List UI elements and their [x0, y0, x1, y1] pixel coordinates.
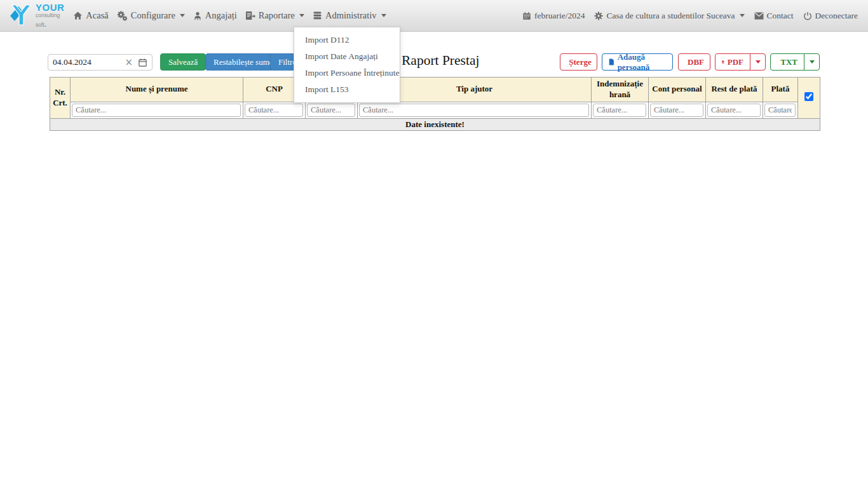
search-input-nume[interactable] — [72, 104, 241, 117]
nav-item-month[interactable]: februarie/2024 — [522, 11, 585, 21]
nav-item-label: Deconectare — [815, 11, 858, 21]
nav-item-company[interactable]: Casa de cultura a studentilor Suceava — [594, 11, 744, 21]
envelope-icon — [754, 12, 764, 20]
dbf-export-button[interactable]: DBF — [678, 53, 710, 71]
search-input-cont-personal[interactable] — [650, 104, 703, 117]
column-header-indemnizatie-hrana: Indemnizație hrană — [592, 78, 649, 102]
empty-message: Date inexistente! — [50, 118, 820, 130]
column-header-nr-crt: Nr. Crt. — [50, 78, 71, 119]
nav-item-label: Administrativ — [325, 10, 377, 21]
chevron-down-icon — [381, 14, 386, 17]
column-header-rest-de-plata: Rest de plată — [706, 78, 763, 102]
power-icon — [803, 11, 812, 20]
database-icon — [313, 11, 322, 20]
clear-icon[interactable]: × — [125, 58, 133, 67]
nav-item-label: Configurare — [131, 10, 175, 21]
txt-export-button[interactable]: TXT — [770, 53, 804, 71]
calendar-icon[interactable] — [138, 58, 147, 67]
select-all-cell — [798, 78, 820, 119]
nav-item-label: Casa de cultura a studentilor Suceava — [606, 11, 735, 21]
add-person-button[interactable]: Adaugă persoană — [602, 53, 673, 71]
date-picker[interactable]: 04.04.2024 × — [48, 54, 153, 71]
search-input-cnp[interactable] — [245, 104, 303, 117]
nav-item-deconectare[interactable]: Deconectare — [803, 11, 858, 21]
save-button[interactable]: Salvează — [160, 53, 206, 71]
person-icon — [193, 11, 202, 20]
search-input-rest-de-plata[interactable] — [707, 104, 761, 117]
nav-item-administrativ[interactable]: Administrativ — [313, 10, 386, 21]
chevron-down-icon — [740, 14, 745, 17]
page-title: Raport Prestaj — [402, 53, 479, 69]
chevron-down-icon — [756, 60, 761, 64]
nav-item-raportare[interactable]: Raportare — [245, 10, 304, 21]
logo-mark-icon — [8, 2, 33, 30]
column-header-plata: Plată — [763, 78, 798, 102]
logo-line1: YOUR — [36, 3, 64, 12]
date-value: 04.04.2024 — [53, 57, 125, 67]
home-icon — [73, 11, 83, 20]
nav-item-label: Raportare — [259, 10, 295, 21]
nav-item-label: Contact — [767, 11, 794, 21]
search-input-hidden[interactable] — [307, 104, 355, 117]
nav-item-label: Acasă — [86, 10, 108, 21]
delete-button[interactable]: Șterge — [560, 53, 597, 71]
menu-item-import-d112[interactable]: Import D112 — [294, 32, 400, 48]
administrativ-dropdown: Import D112 Import Date Angajați Import … — [294, 27, 400, 103]
nav-item-label: februarie/2024 — [534, 11, 585, 21]
search-input-tip-ajutor[interactable] — [359, 104, 589, 117]
main-menu: Acasă Configurare Angajați — [73, 10, 386, 21]
chevron-down-icon — [299, 14, 304, 17]
app-root: YOUR consulting soft. Acasă — [0, 0, 868, 488]
logo[interactable]: YOUR consulting soft. — [8, 2, 64, 30]
search-input-plata[interactable] — [764, 104, 796, 117]
nav-item-angajati[interactable]: Angajați — [193, 10, 237, 21]
nav-item-label: Angajați — [205, 10, 237, 21]
pdf-export-button[interactable]: PDF — [715, 53, 750, 71]
file-icon — [609, 58, 614, 66]
gears-icon — [117, 11, 128, 21]
pdf-file-icon — [722, 58, 724, 66]
txt-dropdown-toggle[interactable] — [804, 53, 820, 71]
chevron-down-icon — [810, 60, 815, 64]
nav-item-contact[interactable]: Contact — [754, 11, 794, 21]
report-icon — [245, 11, 255, 20]
menu-item-import-persoane-intretinute[interactable]: Import Persoane Întreținute — [294, 65, 400, 81]
top-navbar: YOUR consulting soft. Acasă — [0, 0, 868, 32]
menu-item-import-date-angajati[interactable]: Import Date Angajați — [294, 48, 400, 65]
nav-item-acasa[interactable]: Acasă — [73, 10, 108, 21]
column-header-cont-personal: Cont personal — [649, 78, 706, 102]
logo-dot: . — [44, 20, 46, 28]
logo-line3: soft — [36, 22, 44, 28]
column-header-nume: Nume și prenume — [71, 78, 243, 102]
navbar-right-menu: februarie/2024 Casa de cultura a student… — [522, 11, 858, 21]
select-all-checkbox[interactable] — [804, 92, 813, 101]
gear-icon — [594, 11, 603, 20]
calendar-icon — [522, 11, 531, 20]
chevron-down-icon — [180, 14, 185, 17]
nav-item-configurare[interactable]: Configurare — [117, 10, 185, 21]
search-input-indemnizatie[interactable] — [593, 104, 646, 117]
pdf-dropdown-toggle[interactable] — [750, 53, 766, 71]
menu-item-import-l153[interactable]: Import L153 — [294, 81, 400, 98]
prestaj-table: Nr. Crt. Nume și prenume CNP Tip ajutor … — [50, 77, 820, 131]
